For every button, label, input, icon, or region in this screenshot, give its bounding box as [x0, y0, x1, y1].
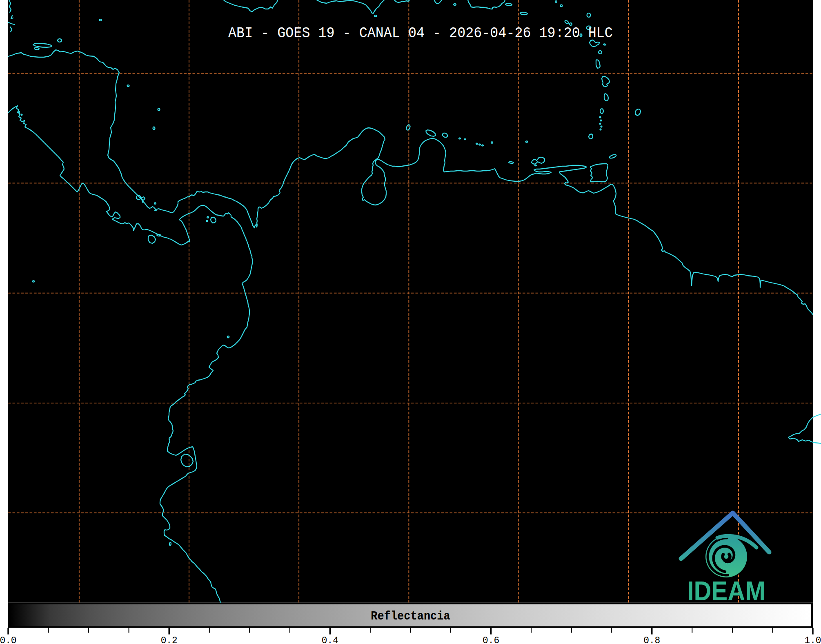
svg-text:IDEAM: IDEAM	[687, 576, 765, 606]
svg-text:0.0: 0.0	[0, 635, 17, 644]
svg-text:1.0: 1.0	[804, 635, 821, 644]
svg-text:Reflectancia: Reflectancia	[371, 609, 450, 624]
svg-text:ABI - GOES 19 - CANAL 04 - 202: ABI - GOES 19 - CANAL 04 - 2026-04-26 19…	[228, 24, 613, 42]
svg-text:0.2: 0.2	[161, 635, 178, 644]
svg-text:0.4: 0.4	[322, 635, 338, 644]
svg-text:0.6: 0.6	[483, 635, 499, 644]
svg-text:0.8: 0.8	[643, 635, 660, 644]
